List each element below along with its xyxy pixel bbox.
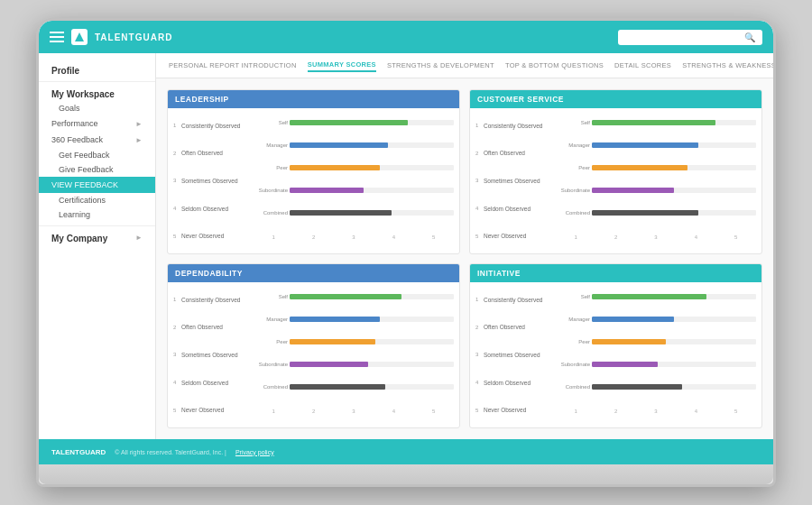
sidebar-section-profile: Profile — [39, 62, 155, 78]
bar-track — [592, 165, 756, 170]
chart-rank-label: 5Never Observed — [173, 233, 250, 239]
x-axis-label: 3 — [352, 234, 355, 240]
x-axis-label: 1 — [272, 234, 275, 240]
bar-track — [592, 339, 756, 344]
bar-row: Peer — [556, 339, 756, 344]
bar-row: Self — [556, 294, 756, 299]
bar-fill — [290, 384, 385, 390]
bar-track — [290, 294, 454, 299]
tabs-nav: PERSONAL REPORT INTRODUCTION SUMMARY SCO… — [156, 53, 773, 78]
x-axis-label: 1 — [272, 409, 275, 414]
chart-rank-label: 4Seldom Observed — [173, 380, 250, 386]
chart-body-3: 1Consistently Observed2Often Observed3So… — [470, 282, 761, 427]
chart-rank-label: 2Often Observed — [475, 150, 552, 156]
sidebar-item-certifications[interactable]: Certifications — [39, 193, 155, 207]
sidebar-item-performance[interactable]: Performance ► — [39, 115, 155, 132]
bar-label: Self — [254, 294, 288, 299]
bar-fill — [290, 165, 380, 170]
x-axis-label: 4 — [695, 409, 697, 414]
chart-x-axis-1: 12345 — [556, 234, 756, 242]
chart-rank-label: 1Consistently Observed — [475, 297, 552, 303]
chart-card-1: CUSTOMER SERVICE1Consistently Observed2O… — [469, 89, 762, 254]
footer-privacy-link[interactable]: Privacy policy — [235, 449, 274, 455]
x-axis-label: 5 — [734, 409, 737, 414]
bar-label: Combined — [556, 384, 590, 390]
bar-fill — [290, 120, 408, 125]
tab-strengths-dev[interactable]: STRENGTHS & DEVELOPMENT — [387, 60, 494, 71]
bar-track — [290, 142, 454, 148]
bar-track — [290, 317, 454, 322]
bar-track — [290, 120, 454, 125]
tab-personal-report[interactable]: PERSONAL REPORT INTRODUCTION — [169, 60, 297, 71]
chart-labels-0: 1Consistently Observed2Often Observed3So… — [173, 112, 250, 250]
bar-fill — [592, 384, 682, 390]
chart-rank-label: 3Sometimes Observed — [173, 178, 250, 184]
chevron-right-icon-2: ► — [135, 136, 143, 144]
x-axis-label: 2 — [312, 234, 315, 240]
chart-rank-label: 4Seldom Observed — [475, 206, 552, 212]
bar-row: Peer — [254, 339, 454, 344]
search-input[interactable] — [625, 32, 741, 41]
bar-label: Manager — [556, 317, 590, 322]
chart-rank-label: 3Sometimes Observed — [173, 352, 250, 358]
footer-bar: TALENTGUARD © All rights reserved. Talen… — [39, 439, 773, 464]
search-box[interactable]: 🔍 — [618, 30, 762, 45]
tab-top-bottom[interactable]: TOP & BOTTOM QUESTIONS — [505, 60, 604, 71]
chart-rank-label: 4Seldom Observed — [475, 380, 552, 386]
x-axis-label: 3 — [654, 234, 657, 240]
sidebar-item-360feedback[interactable]: 360 Feedback ► — [39, 132, 155, 148]
bar-label: Combined — [556, 210, 590, 216]
bar-fill — [290, 362, 368, 367]
chart-rank-label: 3Sometimes Observed — [475, 352, 552, 358]
tab-detail-scores[interactable]: DETAIL SCORES — [614, 60, 671, 71]
bar-fill — [290, 142, 388, 148]
logo-icon — [71, 29, 88, 45]
hamburger-icon[interactable] — [50, 32, 64, 42]
x-axis-label: 2 — [312, 409, 315, 414]
tab-strengths-weakness[interactable]: STRENGTHS & WEAKNESS GRID — [682, 60, 773, 71]
bar-label: Peer — [556, 339, 590, 344]
bar-fill — [290, 294, 401, 299]
bar-fill — [290, 317, 380, 322]
bar-track — [592, 120, 756, 125]
bar-fill — [592, 339, 666, 344]
bar-label: Peer — [254, 165, 288, 170]
tab-summary-scores[interactable]: SUMMARY SCORES — [308, 59, 376, 72]
bar-label: Subordinate — [254, 188, 288, 193]
bar-label: Manager — [254, 317, 288, 322]
bar-label: Manager — [254, 142, 288, 148]
sidebar-item-learning[interactable]: Learning — [39, 207, 155, 222]
sidebar-item-get-feedback[interactable]: Get Feedback — [39, 148, 155, 162]
chart-title-0: LEADERSHIP — [168, 90, 459, 108]
bar-row: Self — [556, 120, 756, 125]
sidebar-item-view-feedback[interactable]: VIEW FEEDBACK — [39, 177, 155, 193]
logo-text: TALENTGUARD — [95, 32, 172, 42]
bar-track — [592, 384, 756, 390]
bar-row: Subordinate — [556, 188, 756, 193]
chart-bars-2: SelfManagerPeerSubordinateCombined12345 — [254, 286, 454, 424]
bar-fill — [592, 294, 706, 299]
sidebar-item-give-feedback[interactable]: Give Feedback — [39, 162, 155, 177]
chevron-right-icon-3: ► — [135, 234, 143, 242]
bar-track — [592, 210, 756, 216]
chart-card-0: LEADERSHIP1Consistently Observed2Often O… — [167, 89, 460, 254]
chart-title-1: CUSTOMER SERVICE — [470, 90, 761, 108]
chart-rank-label: 5Never Observed — [173, 407, 250, 413]
bar-row: Combined — [556, 384, 756, 390]
bar-fill — [290, 210, 392, 216]
chart-labels-1: 1Consistently Observed2Often Observed3So… — [475, 112, 552, 250]
sidebar-item-goals[interactable]: Goals — [39, 101, 155, 115]
bar-track — [592, 142, 756, 148]
top-header: TALENTGUARD 🔍 — [39, 21, 773, 53]
x-axis-label: 2 — [614, 409, 617, 414]
chart-rank-label: 1Consistently Observed — [173, 123, 250, 129]
bar-track — [290, 210, 454, 216]
bar-row: Manager — [556, 317, 756, 322]
x-axis-label: 2 — [614, 234, 617, 240]
bar-track — [592, 317, 756, 322]
chart-rank-label: 4Seldom Observed — [173, 206, 250, 212]
chart-rank-label: 3Sometimes Observed — [475, 178, 552, 184]
bar-row: Subordinate — [556, 362, 756, 367]
bar-label: Subordinate — [556, 362, 590, 367]
charts-area: LEADERSHIP1Consistently Observed2Often O… — [156, 78, 773, 439]
